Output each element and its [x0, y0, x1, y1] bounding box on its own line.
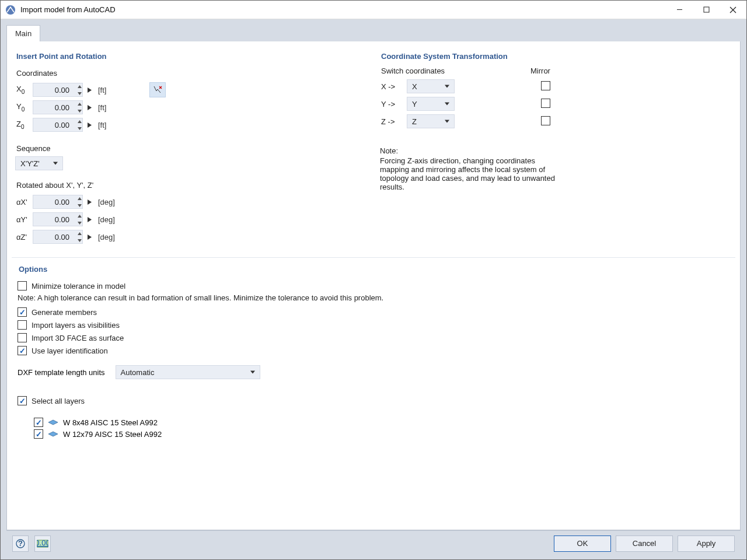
- az-expand-icon[interactable]: [85, 230, 93, 244]
- generate-members-label: Generate members: [32, 308, 97, 317]
- select-all-layers-label: Select all layers: [32, 397, 85, 405]
- cs-z-row: Z -> Z: [380, 113, 732, 130]
- y0-expand-icon[interactable]: [85, 100, 93, 114]
- ok-button[interactable]: OK: [554, 536, 611, 552]
- layer-icon: [48, 418, 58, 426]
- minimize-button[interactable]: [666, 1, 693, 19]
- import-layers-vis-checkbox[interactable]: [18, 320, 27, 330]
- layer-item: W 8x48 AISC 15 Steel A992: [34, 418, 729, 427]
- footer-left: ? 0.00: [12, 536, 51, 552]
- dxf-units-label: DXF template length units: [18, 368, 105, 377]
- z0-expand-icon[interactable]: [85, 118, 93, 132]
- ax-label: αX': [16, 198, 30, 206]
- ax-spinner[interactable]: [76, 195, 83, 209]
- dialog-window: Import model from AutoCAD Main Insert Po…: [0, 0, 747, 560]
- x0-label: X0: [16, 85, 30, 95]
- window-controls: [666, 1, 746, 19]
- z0-label: Z0: [16, 120, 30, 130]
- import-3dface-checkbox[interactable]: [18, 333, 27, 342]
- help-button[interactable]: ?: [12, 536, 29, 552]
- az-spinner[interactable]: [76, 230, 83, 244]
- top-columns: Insert Point and Rotation Coordinates X0…: [7, 41, 740, 257]
- options-panel: Options Minimize tolerance in model Note…: [12, 257, 735, 530]
- minimize-tolerance-row: Minimize tolerance in model: [18, 279, 729, 292]
- cs-y-row: Y -> Y: [380, 95, 732, 113]
- x0-expand-icon[interactable]: [85, 83, 93, 97]
- apply-button[interactable]: Apply: [678, 536, 735, 552]
- titlebar: Import model from AutoCAD: [1, 1, 746, 19]
- coord-y-row: Y0 [ft]: [15, 99, 367, 116]
- layer-name-1: W 12x79 AISC 15 Steel A992: [63, 430, 162, 439]
- layer-item: W 12x79 AISC 15 Steel A992: [34, 429, 729, 439]
- units-button[interactable]: 0.00: [34, 536, 51, 552]
- minimize-tolerance-label: Minimize tolerance in model: [32, 282, 125, 290]
- y0-unit: [ft]: [98, 103, 106, 112]
- close-button[interactable]: [720, 1, 746, 19]
- import-3dface-label: Import 3D FACE as surface: [32, 334, 124, 342]
- content-area: Main Insert Point and Rotation Coordinat…: [1, 19, 746, 559]
- z-from-label: Z ->: [381, 117, 402, 126]
- dxf-units-select[interactable]: Automatic: [116, 365, 260, 379]
- generate-members-checkbox[interactable]: [18, 307, 27, 317]
- ay-spinner[interactable]: [76, 212, 83, 226]
- rot-y-row: αY' [deg]: [15, 211, 367, 228]
- y-to-select[interactable]: Y: [407, 97, 455, 111]
- x0-spinner[interactable]: [76, 83, 83, 97]
- pick-point-button[interactable]: [149, 82, 166, 97]
- ax-expand-icon[interactable]: [85, 195, 93, 209]
- mirror-label: Mirror: [530, 66, 550, 75]
- switch-coords-label: Switch coordinates: [381, 66, 498, 75]
- minimize-tolerance-note: Note: A high tolerance can result in bad…: [18, 293, 729, 302]
- rot-z-row: αZ' [deg]: [15, 228, 367, 246]
- ay-label: αY': [16, 215, 30, 224]
- sequence-label: Sequence: [15, 142, 367, 156]
- main-panel: Insert Point and Rotation Coordinates X0…: [6, 41, 741, 530]
- mirror-x-checkbox[interactable]: [541, 81, 550, 90]
- z-to-select[interactable]: Z: [407, 114, 455, 128]
- rot-x-row: αX' [deg]: [15, 193, 367, 211]
- layer-list: W 8x48 AISC 15 Steel A992 W 12x79 AISC 1…: [18, 418, 729, 439]
- dxf-units-row: DXF template length units Automatic: [18, 365, 729, 379]
- coord-x-row: X0 [ft]: [15, 81, 367, 99]
- cs-panel-title: Coordinate System Transformation: [380, 50, 732, 66]
- z0-unit: [ft]: [98, 121, 106, 130]
- tab-main[interactable]: Main: [6, 25, 40, 41]
- y-from-label: Y ->: [381, 100, 402, 108]
- x-to-select[interactable]: X: [407, 79, 455, 93]
- cs-x-row: X -> X: [380, 78, 732, 95]
- svg-text:?: ?: [18, 539, 23, 548]
- az-unit: [deg]: [98, 233, 115, 242]
- minimize-tolerance-checkbox[interactable]: [18, 281, 27, 290]
- maximize-button[interactable]: [693, 1, 720, 19]
- coordinates-label: Coordinates: [15, 66, 367, 81]
- layer-checkbox-0[interactable]: [34, 418, 43, 427]
- ax-unit: [deg]: [98, 198, 115, 206]
- svg-text:0.00: 0.00: [37, 540, 48, 547]
- mirror-z-checkbox[interactable]: [541, 116, 550, 125]
- import-layers-vis-label: Import layers as visibilities: [32, 321, 120, 330]
- select-all-layers-checkbox[interactable]: [18, 396, 27, 405]
- cancel-button[interactable]: Cancel: [616, 536, 673, 552]
- layer-name-0: W 8x48 AISC 15 Steel A992: [63, 418, 158, 427]
- use-layer-id-row: Use layer identification: [18, 344, 729, 357]
- cs-transform-panel: Coordinate System Transformation Switch …: [376, 46, 735, 253]
- ay-unit: [deg]: [98, 215, 115, 224]
- sequence-select[interactable]: X'Y'Z': [15, 156, 63, 170]
- layer-icon: [48, 430, 58, 438]
- tab-strip: Main: [6, 25, 741, 41]
- cs-note-body: Forcing Z-axis direction, changing coord…: [380, 156, 555, 191]
- svg-rect-2: [704, 7, 709, 12]
- y0-spinner[interactable]: [76, 100, 83, 114]
- import-3dface-row: Import 3D FACE as surface: [18, 331, 729, 344]
- use-layer-id-checkbox[interactable]: [18, 346, 27, 355]
- cs-header: Switch coordinates Mirror: [380, 66, 732, 75]
- z0-spinner[interactable]: [76, 118, 83, 132]
- app-icon: [5, 5, 16, 15]
- mirror-y-checkbox[interactable]: [541, 99, 550, 108]
- layer-checkbox-1[interactable]: [34, 429, 43, 439]
- x0-unit: [ft]: [98, 86, 106, 94]
- ay-expand-icon[interactable]: [85, 212, 93, 226]
- coord-z-row: Z0 [ft]: [15, 116, 367, 134]
- rotated-label: Rotated about X', Y', Z': [15, 178, 367, 193]
- insert-point-panel: Insert Point and Rotation Coordinates X0…: [12, 46, 371, 253]
